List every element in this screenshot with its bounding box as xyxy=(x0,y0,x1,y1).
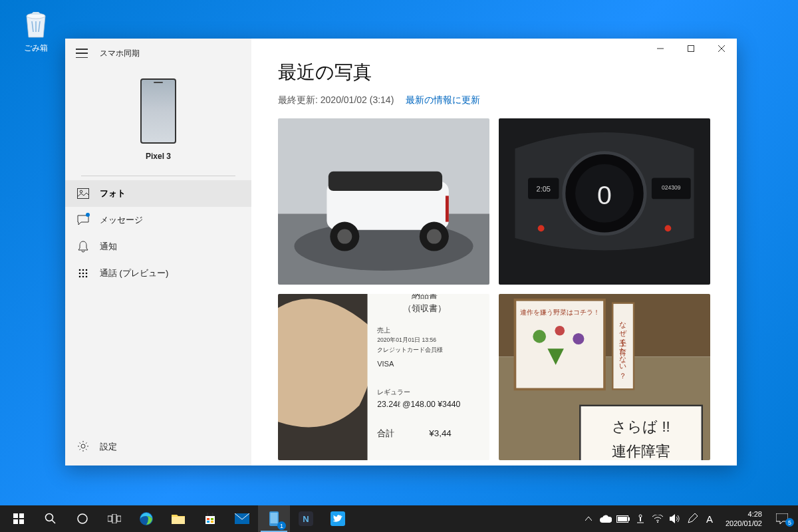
tray-wifi-icon[interactable] xyxy=(651,512,664,525)
svg-text:連作を嫌う野菜はコチラ！: 連作を嫌う野菜はコチラ！ xyxy=(520,309,600,316)
photo-thumb[interactable]: 納品書 （領収書） 売上 2020年01月01日 13:56 クレジットカード会… xyxy=(278,294,489,460)
recycle-bin-label: ごみ箱 xyxy=(24,43,48,53)
tray-onedrive-icon[interactable] xyxy=(599,512,612,525)
svg-point-10 xyxy=(79,276,81,278)
taskbar-explorer[interactable] xyxy=(162,505,194,532)
system-tray: A 4:28 2020/01/02 5 xyxy=(582,509,795,529)
svg-rect-82 xyxy=(640,517,641,521)
svg-rect-1 xyxy=(688,46,694,52)
nav-settings[interactable]: 設定 xyxy=(65,434,251,460)
photo-thumb[interactable]: 連作を嫌う野菜はコチラ！ なぜ上手く育たない？ さらば !! 連作障害 xyxy=(499,294,710,460)
svg-point-49 xyxy=(533,330,546,343)
svg-text:売上: 売上 xyxy=(377,327,390,334)
taskbar: 1 N A 4:28 2020/01/02 5 xyxy=(0,505,798,532)
svg-rect-69 xyxy=(211,518,213,520)
task-view-button[interactable] xyxy=(98,505,130,532)
svg-rect-64 xyxy=(112,514,116,523)
svg-text:合計　　　　¥3,44: 合計 ¥3,44 xyxy=(377,428,452,438)
svg-point-51 xyxy=(573,333,584,344)
refresh-link[interactable]: 最新の情報に更新 xyxy=(406,94,480,105)
svg-rect-70 xyxy=(207,521,209,523)
nav-label: フォト xyxy=(100,188,126,200)
clock-time: 4:28 xyxy=(726,509,762,519)
tray-action-center[interactable]: 5 xyxy=(771,512,793,525)
svg-text:23.24ℓ @148.00 ¥3440: 23.24ℓ @148.00 ¥3440 xyxy=(377,400,460,409)
bell-icon xyxy=(77,241,89,253)
svg-text:レギュラー: レギュラー xyxy=(377,388,410,396)
svg-point-9 xyxy=(86,273,88,275)
notif-badge: 5 xyxy=(785,518,794,527)
gear-icon xyxy=(77,440,89,454)
svg-text:なぜ上手く育たない？: なぜ上手く育たない？ xyxy=(619,316,627,378)
taskbar-mail[interactable] xyxy=(226,505,258,532)
svg-rect-57 xyxy=(13,513,18,518)
nav-label: 通知 xyxy=(100,241,117,253)
tray-battery-icon[interactable] xyxy=(616,512,630,525)
search-button[interactable] xyxy=(35,505,66,532)
taskbar-your-phone[interactable]: 1 xyxy=(258,505,290,532)
main-content: 最近の写真 最終更新: 2020/01/02 (3:14) 最新の情報に更新 xyxy=(251,39,737,466)
svg-rect-71 xyxy=(211,521,213,523)
svg-rect-80 xyxy=(618,517,627,521)
svg-point-11 xyxy=(82,276,84,278)
nav-calls[interactable]: 通話 (プレビュー) xyxy=(65,260,251,287)
sidebar-bottom: 設定 xyxy=(65,434,251,466)
svg-rect-68 xyxy=(207,518,209,520)
window-controls xyxy=(645,39,737,59)
svg-point-6 xyxy=(86,269,88,271)
svg-text:2020年01月01日 13:56: 2020年01月01日 13:56 xyxy=(377,336,436,343)
svg-point-4 xyxy=(79,269,81,271)
svg-point-22 xyxy=(427,229,442,244)
divider xyxy=(81,176,235,176)
unread-dot xyxy=(86,213,90,217)
maximize-button[interactable] xyxy=(676,39,706,59)
clock-date: 2020/01/02 xyxy=(726,519,762,528)
photo-thumb[interactable]: 0 2:05 024309 xyxy=(499,118,710,285)
dialpad-icon xyxy=(77,267,89,279)
nav-label: 通話 (プレビュー) xyxy=(100,267,168,279)
svg-point-81 xyxy=(639,515,642,517)
nav-messages[interactable]: メッセージ xyxy=(65,207,251,233)
svg-rect-60 xyxy=(19,519,24,524)
close-button[interactable] xyxy=(706,39,737,59)
photo-thumb[interactable] xyxy=(278,118,489,285)
tray-dictation-icon[interactable] xyxy=(634,512,647,525)
device-preview: Pixel 3 xyxy=(65,68,251,170)
taskbar-clock[interactable]: 4:28 2020/01/02 xyxy=(720,509,767,529)
svg-text:N: N xyxy=(303,514,309,524)
tray-ime-indicator[interactable]: A xyxy=(703,512,716,525)
nav-notifications[interactable]: 通知 xyxy=(65,233,251,260)
desktop-icon-recycle-bin[interactable]: ごみ箱 xyxy=(16,8,56,54)
svg-text:2:05: 2:05 xyxy=(537,185,551,193)
taskbar-store[interactable] xyxy=(194,505,226,532)
sidebar: スマホ同期 Pixel 3 フォト メッセージ 通知 xyxy=(65,39,251,466)
phone-icon xyxy=(140,78,176,144)
taskbar-twitter[interactable] xyxy=(322,505,354,532)
nav-label: 設定 xyxy=(100,441,117,453)
svg-text:VISA: VISA xyxy=(377,360,394,368)
nav-list: フォト メッセージ 通知 通話 (プレビュー) xyxy=(65,180,251,287)
svg-rect-67 xyxy=(172,517,185,524)
svg-point-33 xyxy=(665,225,672,231)
nav-photos[interactable]: フォト xyxy=(65,180,251,207)
cortana-button[interactable] xyxy=(66,505,98,532)
your-phone-window: スマホ同期 Pixel 3 フォト メッセージ 通知 xyxy=(65,39,737,466)
taskbar-app-n[interactable]: N xyxy=(290,505,322,532)
svg-rect-18 xyxy=(329,172,442,191)
svg-point-8 xyxy=(82,273,84,275)
svg-text:0: 0 xyxy=(597,181,612,209)
svg-rect-65 xyxy=(117,516,121,521)
start-button[interactable] xyxy=(3,505,35,532)
taskbar-edge[interactable] xyxy=(130,505,162,532)
tray-volume-icon[interactable] xyxy=(668,512,682,525)
tray-pen-icon[interactable] xyxy=(686,512,699,525)
svg-point-12 xyxy=(86,276,88,278)
svg-point-32 xyxy=(538,225,545,231)
hamburger-button[interactable] xyxy=(76,49,88,58)
nav-label: メッセージ xyxy=(100,214,143,226)
minimize-button[interactable] xyxy=(645,39,676,59)
svg-text:連作障害: 連作障害 xyxy=(612,443,670,460)
svg-rect-58 xyxy=(19,513,24,518)
svg-point-62 xyxy=(78,514,87,523)
tray-chevron-up-icon[interactable] xyxy=(582,512,595,525)
